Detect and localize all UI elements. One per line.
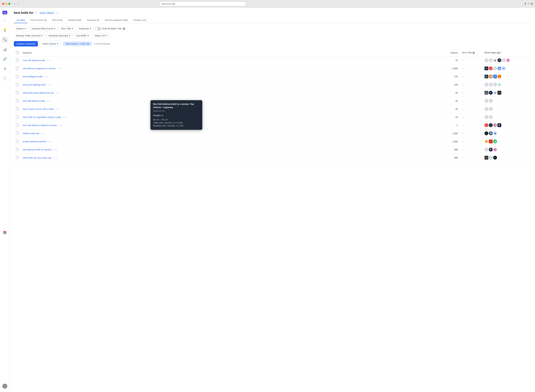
site-icon-gray-circle[interactable]: ▶ xyxy=(489,58,493,62)
keyword-link[interactable]: best self defense blade for women xyxy=(23,124,57,126)
site-icon-gray-circle[interactable]: ▶ xyxy=(489,107,493,111)
external-link-icon[interactable]: ↗ xyxy=(56,92,57,94)
site-icon-gray-circle[interactable]: ▶ xyxy=(489,99,493,103)
site-icon-gray-circle[interactable]: ▶ xyxy=(493,83,497,87)
ait-info-icon[interactable]: ? xyxy=(473,52,475,54)
site-icon-k-circle[interactable]: K xyxy=(489,91,493,95)
row-checkbox[interactable] xyxy=(16,83,19,86)
site-icon-gray-circle[interactable]: ▶ xyxy=(493,66,497,70)
site-icon-news-rect[interactable]: 📡 xyxy=(489,131,493,135)
mtd-filter[interactable]: Monthly Traffic (Domain) ▾ xyxy=(14,33,45,38)
tab-related[interactable]: Related (546) xyxy=(65,18,84,23)
site-icon-brown-rect[interactable]: 📰 xyxy=(489,75,493,78)
external-link-icon[interactable]: ↗ xyxy=(55,108,57,110)
site-icon-gray-circle[interactable]: ▶ xyxy=(502,58,506,62)
site-icon-crown-img[interactable]: 👑 xyxy=(493,123,497,127)
tab-clusters[interactable]: Clusters (14) xyxy=(130,18,149,23)
site-icon-game-blue2[interactable]: ◉ xyxy=(493,131,497,135)
tab-imported[interactable]: Imported (0) xyxy=(84,18,102,23)
no-match-toggle[interactable] xyxy=(95,27,101,30)
menu-icon[interactable]: ≡ xyxy=(65,116,66,118)
close-button[interactable] xyxy=(2,3,4,5)
row-checkbox[interactable] xyxy=(16,59,19,61)
external-link-icon[interactable]: ↗ xyxy=(63,116,64,118)
ait-filter[interactable]: All In Title ▾ xyxy=(59,26,75,31)
site-icon-gray-circle[interactable]: ▶ xyxy=(484,58,488,62)
site-icon-tan-circle[interactable]: 🍂 xyxy=(484,140,488,143)
site-icon-k-dark2[interactable]: K xyxy=(493,156,497,159)
row-checkbox[interactable] xyxy=(16,75,19,78)
site-icon-red-square[interactable]: Y xyxy=(489,140,493,143)
new-tab-icon[interactable]: + xyxy=(528,2,529,5)
sidebar-item-links[interactable]: 🔗 xyxy=(2,56,8,62)
menu-icon[interactable]: ≡ xyxy=(61,124,62,126)
menu-icon[interactable]: ≡ xyxy=(49,100,50,102)
site-icon-color-circle[interactable]: ◈ xyxy=(497,66,501,70)
sidebar-item-search[interactable]: 🔍 xyxy=(2,37,8,43)
site-icon-github-dark[interactable]: ⬡ xyxy=(489,123,493,127)
site-icon-dark-rect[interactable]: ▬ xyxy=(484,91,488,95)
tab-from-source[interactable]: From Source (8) xyxy=(28,18,50,23)
site-icon-gray-circle[interactable]: ▶ xyxy=(484,148,488,151)
site-icon-github[interactable]: ⬡ xyxy=(497,58,501,62)
sidebar-item-analytics[interactable]: 📊 xyxy=(2,46,8,52)
site-icon-k-dark[interactable]: K xyxy=(484,131,488,135)
ts-filter[interactable]: Top SERP ▾ xyxy=(74,33,91,38)
user-avatar[interactable]: U xyxy=(2,384,7,388)
site-icon-pencil[interactable]: ✏ xyxy=(497,83,501,87)
tab-paa[interactable]: PAA (276) xyxy=(50,18,65,23)
tab-all[interactable]: All (844) xyxy=(14,18,28,23)
menu-icon[interactable]: ≡ xyxy=(49,59,51,62)
keyword-link[interactable]: what knife does delta force use xyxy=(23,92,54,94)
menu-icon[interactable]: ≡ xyxy=(58,92,59,94)
keyword-link[interactable]: cute self defense knife xyxy=(23,59,45,62)
sidebar-item-book[interactable]: 📚 xyxy=(2,229,8,236)
site-icon-hash-blue[interactable]: # xyxy=(493,75,497,78)
sidebar-item-pages[interactable]: 📄 xyxy=(2,75,8,81)
menu-icon[interactable]: ≡ xyxy=(50,140,51,143)
site-icon-gray-circle[interactable]: ▶ xyxy=(484,83,488,87)
keyword-link[interactable]: best pure fighting knife xyxy=(23,84,45,86)
back-button[interactable]: ‹ xyxy=(13,2,16,6)
bd-filter[interactable]: Backlinks (Domain) ▾ xyxy=(46,33,72,38)
row-checkbox[interactable] xyxy=(16,107,19,110)
tab-recent[interactable]: Recent Analyzed (100) xyxy=(102,18,131,23)
row-checkbox[interactable] xyxy=(16,116,19,118)
site-icon-orange-circle[interactable]: 🔥 xyxy=(497,75,501,78)
weak-info-icon[interactable]: ? xyxy=(497,52,500,54)
site-icon-game-blue[interactable]: ◉ xyxy=(493,91,497,95)
sidebar-item-home[interactable]: ⌂ xyxy=(2,17,8,23)
site-icon-gray-circle[interactable]: ▶ xyxy=(489,156,493,159)
keyword-link[interactable]: how to peel carrots with a knife xyxy=(23,108,54,110)
keyword-link[interactable]: self defense knife for women xyxy=(23,148,51,151)
maximize-button[interactable] xyxy=(8,3,10,5)
site-icon-black-d[interactable]: D xyxy=(497,123,501,127)
keywords-filter[interactable]: Keywords ▾ xyxy=(77,26,93,31)
address-bar[interactable]: app.larseo.app xyxy=(160,2,246,6)
external-link-icon[interactable]: ↗ xyxy=(57,67,59,70)
site-icon-red-circle[interactable]: ● xyxy=(489,66,493,70)
volume-filter[interactable]: Volume ▾ xyxy=(14,26,28,31)
sidebar-item-ideas[interactable]: 💡 xyxy=(2,27,8,33)
site-icon-game-circle[interactable]: ◉ xyxy=(493,58,497,62)
select-all-checkbox[interactable] xyxy=(16,51,19,54)
keyword-link[interactable]: self defense weapons for women xyxy=(23,67,56,70)
keyword-link[interactable]: what knife do navy seals use xyxy=(23,156,52,159)
external-link-icon[interactable]: ↗ xyxy=(47,84,49,86)
menu-icon[interactable]: ≡ xyxy=(43,132,44,135)
site-icon-black-d[interactable]: D xyxy=(484,66,488,70)
row-checkbox[interactable] xyxy=(16,67,19,70)
share-icon[interactable]: ⬆ xyxy=(524,2,526,5)
kwc-filter[interactable]: Keyword Word Count ▾ xyxy=(29,26,57,31)
keyword-link[interactable]: hidden knife belt xyxy=(23,132,39,135)
site-icon-green-circle[interactable]: ◉ xyxy=(493,140,497,143)
external-link-icon[interactable]: ↗ xyxy=(47,100,48,102)
minimize-button[interactable] xyxy=(5,3,7,5)
row-checkbox[interactable] xyxy=(16,132,19,135)
site-icon-gb-square2[interactable]: GB xyxy=(484,156,488,159)
grid-icon[interactable]: ⊞ xyxy=(531,2,533,5)
menu-icon[interactable]: ≡ xyxy=(60,67,61,70)
edit-icon[interactable]: ✏ xyxy=(57,12,59,14)
keyword-link[interactable]: best firefighter knife xyxy=(23,75,42,78)
menu-icon[interactable]: ≡ xyxy=(47,75,48,78)
